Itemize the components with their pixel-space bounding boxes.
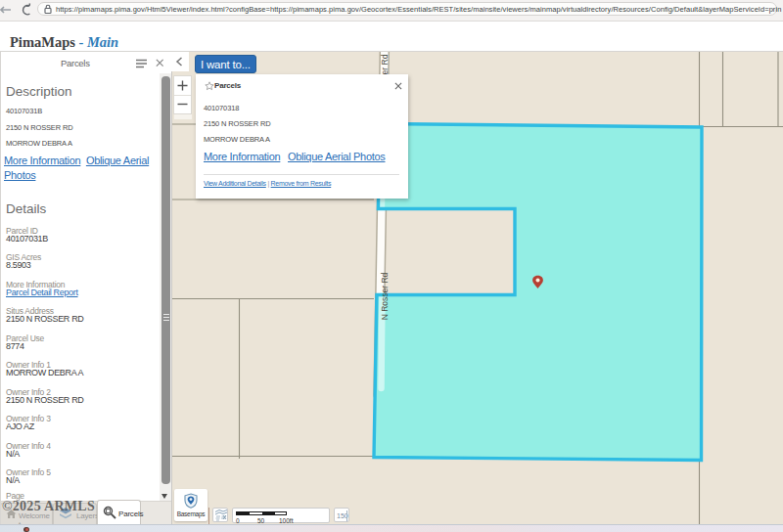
svg-text:er Rd: er Rd <box>380 54 390 74</box>
svg-text:N Rosser Rd: N Rosser Rd <box>380 272 390 320</box>
